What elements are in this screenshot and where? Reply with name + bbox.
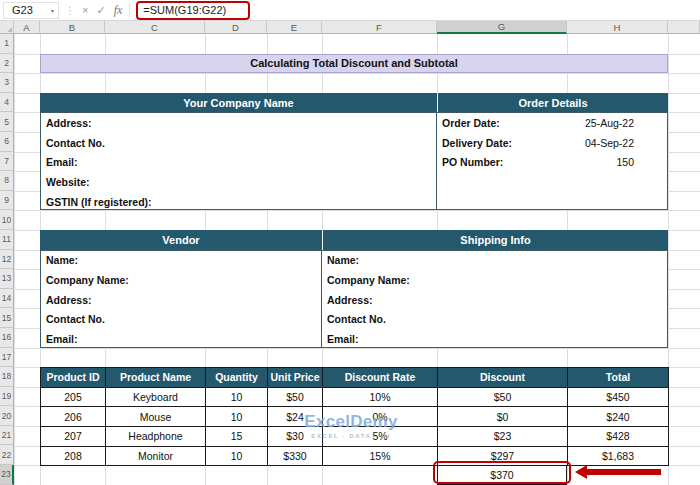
name-box[interactable]: G23 ▾ [3, 2, 59, 19]
order-date-value[interactable]: 25-Aug-22 [567, 117, 667, 129]
vendor-header-cell[interactable]: Vendor [40, 230, 322, 250]
col-unit-price[interactable]: Unit Price [268, 368, 323, 388]
row-header[interactable]: 5 [0, 112, 14, 132]
vendor-field-contact[interactable]: Contact No. [41, 309, 321, 329]
table-cell[interactable]: 15 [206, 427, 268, 447]
table-cell[interactable]: $330 [268, 447, 323, 467]
col-discount[interactable]: Discount [438, 368, 568, 388]
column-header-a[interactable]: A [14, 21, 40, 34]
shipping-field-contact[interactable]: Contact No. [322, 309, 667, 329]
row-header[interactable]: 20 [0, 406, 14, 426]
table-cell[interactable]: 10 [206, 447, 268, 467]
table-cell[interactable]: Headphone [106, 427, 206, 447]
vendor-field-address[interactable]: Address: [41, 290, 321, 310]
column-header-f[interactable]: F [322, 21, 437, 34]
table-cell[interactable]: 5% [323, 427, 438, 447]
col-discount-rate[interactable]: Discount Rate [323, 368, 438, 388]
vendor-field-company[interactable]: Company Name: [41, 270, 321, 290]
row-header[interactable]: 1 [0, 34, 14, 54]
company-field-email[interactable]: Email: [41, 153, 436, 173]
table-cell[interactable]: $23 [438, 427, 568, 447]
table-cell[interactable]: 206 [41, 407, 106, 427]
row-header[interactable]: 19 [0, 387, 14, 407]
table-cell[interactable]: $428 [568, 427, 669, 447]
table-cell[interactable]: Keyboard [106, 388, 206, 408]
row-header-23-selected[interactable]: 23 [0, 465, 14, 485]
row-header[interactable]: 13 [0, 269, 14, 289]
table-cell[interactable]: Monitor [106, 447, 206, 467]
row-header[interactable]: 18 [0, 367, 14, 387]
table-cell[interactable]: 10 [206, 407, 268, 427]
row-header[interactable]: 2 [0, 54, 14, 74]
table-cell[interactable]: 207 [41, 427, 106, 447]
column-header-partial[interactable] [668, 21, 700, 34]
table-cell[interactable]: 208 [41, 447, 106, 467]
shipping-info-header-cell[interactable]: Shipping Info [322, 230, 668, 250]
order-date-label[interactable]: Order Date: [437, 117, 567, 129]
row-header[interactable]: 16 [0, 328, 14, 348]
column-header-c[interactable]: C [105, 21, 205, 34]
row-header[interactable]: 3 [0, 73, 14, 93]
shipping-field-email[interactable]: Email: [322, 329, 667, 348]
insert-function-icon[interactable]: fx [114, 3, 123, 18]
cancel-icon[interactable]: × [82, 4, 88, 16]
table-cell[interactable]: 10% [323, 388, 438, 408]
delivery-date-value[interactable]: 04-Sep-22 [567, 137, 667, 149]
table-cell[interactable]: $0 [438, 407, 568, 427]
po-number-value[interactable]: 150 [567, 156, 667, 168]
row-header[interactable]: 12 [0, 250, 14, 270]
row-header[interactable]: 7 [0, 152, 14, 172]
column-header-g-selected[interactable]: G [437, 21, 567, 34]
table-cell[interactable]: $1,683 [568, 447, 669, 467]
row-header[interactable]: 15 [0, 308, 14, 328]
table-cell[interactable]: $450 [568, 388, 669, 408]
column-header-b[interactable]: B [40, 21, 105, 34]
table-cell[interactable]: 205 [41, 388, 106, 408]
po-number-label[interactable]: PO Number: [437, 156, 567, 168]
company-field-gstin[interactable]: GSTIN (If registered): [41, 192, 436, 211]
company-field-address[interactable]: Address: [41, 113, 436, 133]
company-field-contact[interactable]: Contact No. [41, 133, 436, 153]
vendor-field-name[interactable]: Name: [41, 251, 321, 271]
shipping-info-box: Name: Company Name: Address: Contact No.… [321, 250, 668, 348]
row-header[interactable]: 17 [0, 348, 14, 368]
row-header[interactable]: 21 [0, 426, 14, 446]
table-cell[interactable]: $50 [268, 388, 323, 408]
order-details-header-cell[interactable]: Order Details [437, 93, 668, 113]
column-header-h[interactable]: H [567, 21, 668, 34]
col-product-name[interactable]: Product Name [106, 368, 206, 388]
col-total[interactable]: Total [568, 368, 669, 388]
row-header[interactable]: 4 [0, 93, 14, 113]
formula-input[interactable]: =SUM(G19:G22) [143, 4, 226, 16]
table-cell[interactable]: 15% [323, 447, 438, 467]
company-header-cell[interactable]: Your Company Name [40, 93, 437, 113]
table-cell[interactable]: 0% [323, 407, 438, 427]
row-header[interactable]: 9 [0, 191, 14, 211]
row-header[interactable]: 8 [0, 171, 14, 191]
title-cell[interactable]: Calculating Total Discount and Subtotal [40, 54, 668, 74]
table-cell[interactable]: Mouse [106, 407, 206, 427]
table-cell[interactable]: $24 [268, 407, 323, 427]
company-field-website[interactable]: Website: [41, 172, 436, 192]
select-all-corner[interactable] [0, 21, 14, 34]
col-quantity[interactable]: Quantity [206, 368, 268, 388]
row-header[interactable]: 11 [0, 230, 14, 250]
shipping-field-name[interactable]: Name: [322, 251, 667, 271]
name-box-dropdown-icon[interactable]: ▾ [51, 7, 54, 14]
table-cell[interactable]: 10 [206, 388, 268, 408]
enter-icon[interactable]: ✓ [96, 4, 105, 17]
table-cell[interactable]: $30 [268, 427, 323, 447]
shipping-field-company[interactable]: Company Name: [322, 270, 667, 290]
table-cell[interactable]: $240 [568, 407, 669, 427]
table-cell[interactable]: $50 [438, 388, 568, 408]
column-header-e[interactable]: E [267, 21, 322, 34]
row-header[interactable]: 10 [0, 210, 14, 230]
row-header[interactable]: 6 [0, 132, 14, 152]
shipping-field-address[interactable]: Address: [322, 290, 667, 310]
row-header[interactable]: 22 [0, 445, 14, 465]
delivery-date-label[interactable]: Delivery Date: [437, 137, 567, 149]
row-header[interactable]: 14 [0, 289, 14, 309]
column-header-d[interactable]: D [205, 21, 267, 34]
vendor-field-email[interactable]: Email: [41, 329, 321, 348]
col-product-id[interactable]: Product ID [41, 368, 106, 388]
